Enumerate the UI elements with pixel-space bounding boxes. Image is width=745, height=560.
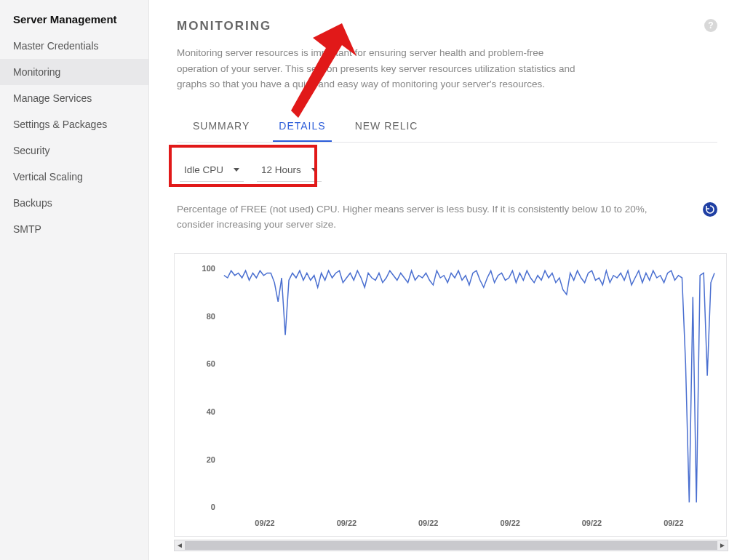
server-management-sidebar: Server Management Master Credentials Mon… [0,0,149,560]
sidebar-item-smtp[interactable]: SMTP [0,216,148,242]
sidebar-item-settings-packages[interactable]: Settings & Packages [0,111,148,137]
svg-text:0: 0 [211,503,215,511]
scroll-left-icon[interactable]: ◄ [175,540,185,551]
svg-text:09/22: 09/22 [255,519,274,527]
chart-description: Percentage of FREE (not used) CPU. Highe… [177,202,686,233]
scroll-thumb[interactable] [185,541,717,550]
svg-text:100: 100 [202,264,215,273]
svg-text:09/22: 09/22 [664,519,683,527]
svg-text:80: 80 [207,311,215,320]
page-description: Monitoring server resources is important… [177,45,584,92]
chart-scrollbar[interactable]: ◄ ► [174,540,728,551]
chevron-down-icon [234,168,239,172]
help-icon[interactable]: ? [704,19,717,32]
svg-text:09/22: 09/22 [337,519,356,527]
svg-text:09/22: 09/22 [418,519,438,527]
tab-new-relic[interactable]: NEW RELIC [349,113,424,142]
metric-select-value: Idle CPU [184,164,223,175]
chevron-down-icon [311,168,317,172]
sidebar-item-backups[interactable]: Backups [0,190,148,216]
scroll-right-icon[interactable]: ► [717,540,728,551]
page-title: MONITORING [177,19,717,33]
sidebar-item-monitoring[interactable]: Monitoring [0,59,148,85]
content-area: ? MONITORING Monitoring server resources… [149,0,745,560]
sidebar-item-vertical-scaling[interactable]: Vertical Scaling [0,164,148,190]
svg-text:09/22: 09/22 [500,519,519,527]
cpu-chart: 02040608010009/2209/2209/2209/2209/2209/… [174,253,727,537]
tab-summary[interactable]: SUMMARY [187,113,255,142]
refresh-button[interactable] [703,202,717,217]
timerange-select[interactable]: 12 Hours [257,159,322,182]
filter-controls: Idle CPU 12 Hours [177,159,717,182]
sidebar-item-security[interactable]: Security [0,137,148,164]
metric-select[interactable]: Idle CPU [180,159,244,182]
sidebar-item-master-credentials[interactable]: Master Credentials [0,33,148,59]
monitoring-tabs: SUMMARY DETAILS NEW RELIC [177,113,717,143]
sidebar-item-manage-services[interactable]: Manage Services [0,85,148,111]
svg-text:20: 20 [207,455,215,463]
tab-details[interactable]: DETAILS [273,113,331,142]
sidebar-title: Server Management [0,13,148,33]
svg-text:40: 40 [207,407,215,415]
timerange-select-value: 12 Hours [261,164,301,175]
svg-text:60: 60 [207,359,215,368]
refresh-icon [705,204,715,215]
svg-text:09/22: 09/22 [582,519,602,527]
